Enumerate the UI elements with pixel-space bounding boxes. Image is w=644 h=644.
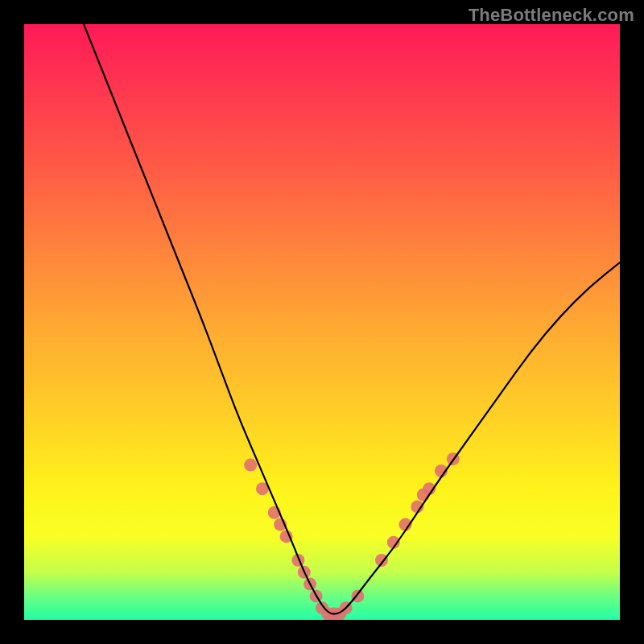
highlight-dot <box>375 554 388 567</box>
highlight-dots-group <box>244 452 460 620</box>
highlight-dot <box>244 459 257 472</box>
chart-svg <box>24 24 620 620</box>
chart-plot-area <box>24 24 620 620</box>
watermark-text: TheBottleneck.com <box>469 5 634 26</box>
bottleneck-curve <box>84 24 620 614</box>
